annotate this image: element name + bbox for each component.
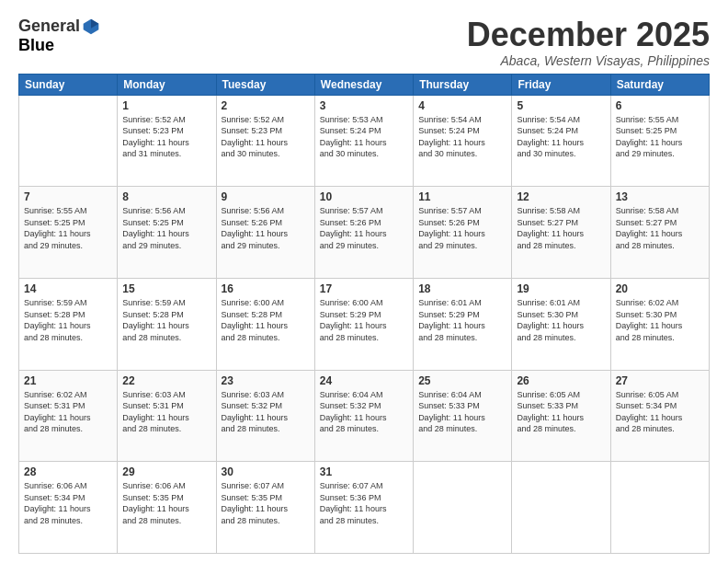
week-row-4: 21Sunrise: 6:02 AM Sunset: 5:31 PM Dayli…: [19, 370, 710, 462]
calendar-cell: 19Sunrise: 6:01 AM Sunset: 5:30 PM Dayli…: [512, 278, 610, 370]
calendar-cell: 2Sunrise: 5:52 AM Sunset: 5:23 PM Daylig…: [216, 95, 314, 187]
day-info: Sunrise: 6:06 AM Sunset: 5:35 PM Dayligh…: [122, 480, 210, 526]
calendar-cell: 16Sunrise: 6:00 AM Sunset: 5:28 PM Dayli…: [216, 278, 314, 370]
day-header-tuesday: Tuesday: [216, 74, 314, 95]
calendar-cell: 30Sunrise: 6:07 AM Sunset: 5:35 PM Dayli…: [216, 462, 314, 554]
calendar-cell: 22Sunrise: 6:03 AM Sunset: 5:31 PM Dayli…: [118, 370, 216, 462]
calendar-cell: 13Sunrise: 5:58 AM Sunset: 5:27 PM Dayli…: [610, 187, 709, 279]
logo: General Blue: [18, 17, 100, 55]
calendar-header-row: SundayMondayTuesdayWednesdayThursdayFrid…: [19, 74, 710, 95]
day-info: Sunrise: 6:03 AM Sunset: 5:31 PM Dayligh…: [122, 389, 210, 435]
day-info: Sunrise: 6:03 AM Sunset: 5:32 PM Dayligh…: [222, 389, 310, 435]
day-info: Sunrise: 5:52 AM Sunset: 5:23 PM Dayligh…: [222, 114, 310, 160]
page: General Blue December 2025 Abaca, Wester…: [0, 0, 728, 563]
calendar-cell: 4Sunrise: 5:54 AM Sunset: 5:24 PM Daylig…: [414, 95, 512, 187]
day-number: 18: [418, 282, 506, 295]
calendar-cell: 28Sunrise: 6:06 AM Sunset: 5:34 PM Dayli…: [19, 462, 118, 554]
calendar-cell: 17Sunrise: 6:00 AM Sunset: 5:29 PM Dayli…: [314, 278, 413, 370]
day-info: Sunrise: 6:05 AM Sunset: 5:34 PM Dayligh…: [616, 389, 704, 435]
calendar-cell: [610, 462, 709, 554]
day-info: Sunrise: 6:01 AM Sunset: 5:30 PM Dayligh…: [517, 297, 605, 343]
day-info: Sunrise: 5:55 AM Sunset: 5:25 PM Dayligh…: [24, 205, 112, 251]
calendar-cell: 3Sunrise: 5:53 AM Sunset: 5:24 PM Daylig…: [314, 95, 413, 187]
day-info: Sunrise: 5:57 AM Sunset: 5:26 PM Dayligh…: [320, 205, 408, 251]
calendar-cell: 9Sunrise: 5:56 AM Sunset: 5:26 PM Daylig…: [216, 187, 314, 279]
day-info: Sunrise: 5:52 AM Sunset: 5:23 PM Dayligh…: [122, 114, 210, 160]
calendar-cell: 18Sunrise: 6:01 AM Sunset: 5:29 PM Dayli…: [414, 278, 512, 370]
subtitle: Abaca, Western Visayas, Philippines: [467, 53, 710, 68]
day-info: Sunrise: 5:54 AM Sunset: 5:24 PM Dayligh…: [517, 114, 605, 160]
day-info: Sunrise: 5:57 AM Sunset: 5:26 PM Dayligh…: [418, 205, 506, 251]
calendar-cell: 26Sunrise: 6:05 AM Sunset: 5:33 PM Dayli…: [512, 370, 610, 462]
day-number: 12: [517, 190, 605, 203]
day-number: 22: [122, 374, 210, 387]
calendar-cell: 6Sunrise: 5:55 AM Sunset: 5:25 PM Daylig…: [610, 95, 709, 187]
week-row-5: 28Sunrise: 6:06 AM Sunset: 5:34 PM Dayli…: [19, 462, 710, 554]
day-number: 17: [320, 282, 408, 295]
day-number: 25: [418, 374, 506, 387]
day-header-thursday: Thursday: [414, 74, 512, 95]
calendar-cell: 1Sunrise: 5:52 AM Sunset: 5:23 PM Daylig…: [118, 95, 216, 187]
day-header-sunday: Sunday: [19, 74, 118, 95]
day-info: Sunrise: 5:58 AM Sunset: 5:27 PM Dayligh…: [616, 205, 704, 251]
day-info: Sunrise: 5:55 AM Sunset: 5:25 PM Dayligh…: [616, 114, 704, 160]
calendar-cell: 21Sunrise: 6:02 AM Sunset: 5:31 PM Dayli…: [19, 370, 118, 462]
day-number: 11: [418, 190, 506, 203]
day-number: 7: [24, 190, 112, 203]
calendar-cell: 31Sunrise: 6:07 AM Sunset: 5:36 PM Dayli…: [314, 462, 413, 554]
day-info: Sunrise: 6:05 AM Sunset: 5:33 PM Dayligh…: [517, 389, 605, 435]
day-number: 30: [222, 465, 310, 478]
day-info: Sunrise: 6:02 AM Sunset: 5:30 PM Dayligh…: [616, 297, 704, 343]
day-header-friday: Friday: [512, 74, 610, 95]
day-info: Sunrise: 5:56 AM Sunset: 5:25 PM Dayligh…: [122, 205, 210, 251]
day-number: 21: [24, 374, 112, 387]
calendar-cell: 25Sunrise: 6:04 AM Sunset: 5:33 PM Dayli…: [414, 370, 512, 462]
day-info: Sunrise: 6:04 AM Sunset: 5:32 PM Dayligh…: [320, 389, 408, 435]
day-number: 10: [320, 190, 408, 203]
calendar-cell: 20Sunrise: 6:02 AM Sunset: 5:30 PM Dayli…: [610, 278, 709, 370]
day-number: 26: [517, 374, 605, 387]
day-info: Sunrise: 6:02 AM Sunset: 5:31 PM Dayligh…: [24, 389, 112, 435]
logo-icon: [82, 17, 100, 36]
day-number: 28: [24, 465, 112, 478]
day-info: Sunrise: 6:07 AM Sunset: 5:35 PM Dayligh…: [222, 480, 310, 526]
week-row-1: 1Sunrise: 5:52 AM Sunset: 5:23 PM Daylig…: [19, 95, 710, 187]
day-number: 2: [222, 99, 310, 112]
calendar-cell: [19, 95, 118, 187]
calendar-cell: 10Sunrise: 5:57 AM Sunset: 5:26 PM Dayli…: [314, 187, 413, 279]
title-area: December 2025 Abaca, Western Visayas, Ph…: [467, 17, 710, 68]
calendar-cell: 27Sunrise: 6:05 AM Sunset: 5:34 PM Dayli…: [610, 370, 709, 462]
day-number: 27: [616, 374, 704, 387]
logo-general: General: [18, 17, 80, 36]
calendar-cell: 5Sunrise: 5:54 AM Sunset: 5:24 PM Daylig…: [512, 95, 610, 187]
day-number: 31: [320, 465, 408, 478]
day-header-monday: Monday: [118, 74, 216, 95]
day-number: 13: [616, 190, 704, 203]
calendar-cell: [512, 462, 610, 554]
day-info: Sunrise: 6:01 AM Sunset: 5:29 PM Dayligh…: [418, 297, 506, 343]
day-number: 6: [616, 99, 704, 112]
main-title: December 2025: [467, 17, 710, 53]
calendar-table: SundayMondayTuesdayWednesdayThursdayFrid…: [18, 74, 710, 554]
day-header-wednesday: Wednesday: [314, 74, 413, 95]
calendar-cell: 7Sunrise: 5:55 AM Sunset: 5:25 PM Daylig…: [19, 187, 118, 279]
day-number: 3: [320, 99, 408, 112]
day-info: Sunrise: 5:53 AM Sunset: 5:24 PM Dayligh…: [320, 114, 408, 160]
calendar-cell: 14Sunrise: 5:59 AM Sunset: 5:28 PM Dayli…: [19, 278, 118, 370]
day-info: Sunrise: 6:00 AM Sunset: 5:28 PM Dayligh…: [222, 297, 310, 343]
day-info: Sunrise: 6:00 AM Sunset: 5:29 PM Dayligh…: [320, 297, 408, 343]
week-row-3: 14Sunrise: 5:59 AM Sunset: 5:28 PM Dayli…: [19, 278, 710, 370]
day-info: Sunrise: 5:59 AM Sunset: 5:28 PM Dayligh…: [24, 297, 112, 343]
calendar-cell: [414, 462, 512, 554]
day-number: 1: [122, 99, 210, 112]
day-number: 8: [122, 190, 210, 203]
day-number: 5: [517, 99, 605, 112]
calendar-cell: 12Sunrise: 5:58 AM Sunset: 5:27 PM Dayli…: [512, 187, 610, 279]
day-info: Sunrise: 5:54 AM Sunset: 5:24 PM Dayligh…: [418, 114, 506, 160]
day-number: 4: [418, 99, 506, 112]
day-info: Sunrise: 6:06 AM Sunset: 5:34 PM Dayligh…: [24, 480, 112, 526]
calendar-cell: 11Sunrise: 5:57 AM Sunset: 5:26 PM Dayli…: [414, 187, 512, 279]
calendar-cell: 29Sunrise: 6:06 AM Sunset: 5:35 PM Dayli…: [118, 462, 216, 554]
day-number: 14: [24, 282, 112, 295]
day-info: Sunrise: 5:58 AM Sunset: 5:27 PM Dayligh…: [517, 205, 605, 251]
